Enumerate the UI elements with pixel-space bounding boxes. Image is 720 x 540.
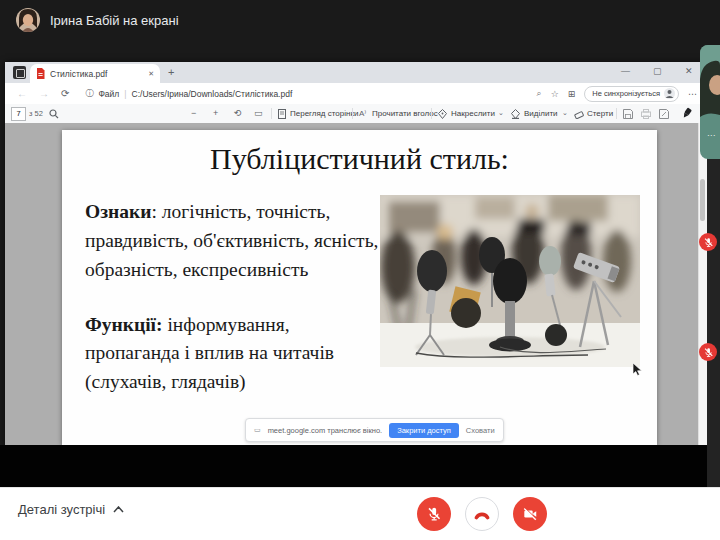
slide-paragraph-funktsii: Функції: інформування, пропаганда і впли… (85, 311, 385, 398)
pdf-search-icon[interactable] (49, 109, 59, 119)
tab-close-icon[interactable]: ✕ (148, 70, 154, 78)
scrollbar-thumb[interactable] (700, 179, 705, 221)
meet-control-bar: Деталі зустрічі (0, 487, 720, 540)
slide-page: Публіцистичний стиль: Ознаки: логічність… (62, 130, 657, 445)
window-close-button[interactable]: ✕ (685, 66, 693, 76)
browser-address-bar: ← → ⟳ ⓘ Файл | C:/Users/Ірина/Downloads/… (5, 83, 707, 105)
draw-label[interactable]: Накреслити (451, 109, 495, 118)
presenter-avatar (16, 8, 40, 32)
page-info-icon[interactable]: ⓘ (85, 88, 93, 99)
profile-sync-button[interactable]: Не синхронізується (584, 86, 679, 102)
mouse-cursor (633, 363, 643, 377)
favorites-icon[interactable]: ☆ (551, 89, 559, 99)
participant-muted-badge (699, 343, 717, 361)
highlight-caret-icon[interactable]: ⌄ (562, 109, 568, 117)
presenter-name: Ірина Бабій на екрані (50, 13, 179, 28)
hide-banner-button[interactable]: Сховати (466, 426, 495, 435)
profile-sync-label: Не синхронізується (592, 89, 660, 98)
mic-toggle-button[interactable] (417, 497, 451, 531)
rotate-icon[interactable]: ⟲ (234, 108, 242, 118)
url-field[interactable]: ⓘ Файл | C:/Users/Ірина/Downloads/Стиліс… (85, 88, 292, 99)
shared-browser-window: Стилістика.pdf ✕ + — ▢ ✕ ← → ⟳ ⓘ Файл | … (5, 62, 707, 445)
profile-avatar-icon (664, 88, 675, 99)
mic-off-icon (703, 347, 714, 358)
read-aloud-label[interactable]: Прочитати вголос (372, 109, 438, 118)
pdf-toolbar: 7 з 52 − + ⟲ ▭ Перегляд сторінки A⁾ Проч… (5, 104, 707, 124)
collections-icon[interactable]: ⊞ (568, 89, 576, 99)
tab-stylistyka-pdf[interactable]: Стилістика.pdf ✕ (30, 64, 160, 83)
tab-title: Стилістика.pdf (50, 69, 143, 79)
draw-icon[interactable] (438, 109, 447, 119)
mic-off-icon (426, 506, 442, 522)
meeting-details-button[interactable]: Деталі зустрічі (18, 502, 124, 517)
url-scheme-label: Файл (98, 89, 119, 99)
screen-share-banner: ▭ meet.google.com транслює вікно. Закрит… (245, 418, 504, 442)
new-tab-button[interactable]: + (168, 67, 174, 78)
participant-video-tile[interactable] (700, 45, 720, 159)
stop-sharing-button[interactable]: Закрити доступ (389, 423, 459, 438)
window-maximize-button[interactable]: ▢ (653, 66, 662, 76)
pdf-content-area[interactable]: Публіцистичний стиль: Ознаки: логічність… (5, 123, 707, 445)
refresh-icon[interactable]: ⟳ (61, 88, 69, 99)
google-meet-window: Ірина Бабій на екрані Стилістика.pdf ✕ +… (0, 0, 720, 540)
save-icon[interactable] (623, 109, 633, 119)
browser-menu-icon[interactable]: ⋯ (688, 89, 697, 99)
slide-title: Публіцистичний стиль: (62, 142, 657, 176)
screen-icon: ▭ (254, 426, 261, 434)
camera-off-icon (522, 506, 538, 522)
back-icon[interactable]: ← (17, 88, 27, 99)
fit-page-icon[interactable]: ▭ (254, 108, 263, 118)
read-aloud-icon[interactable]: A⁾ (359, 109, 366, 118)
browser-tab-bar: Стилістика.pdf ✕ + — ▢ ✕ (5, 62, 707, 83)
share-banner-message: meet.google.com транслює вікно. (268, 426, 383, 435)
pdf-scrollbar[interactable]: ▲ (698, 123, 707, 445)
forward-icon[interactable]: → (39, 88, 49, 99)
draw-caret-icon[interactable]: ⌄ (498, 109, 504, 117)
phone-hangup-icon (473, 505, 491, 523)
window-minimize-button[interactable]: — (621, 66, 630, 76)
page-view-label[interactable]: Перегляд сторінки (290, 109, 358, 118)
zoom-out-icon[interactable]: − (191, 108, 196, 118)
browser-workspace-icon[interactable] (13, 66, 26, 79)
zoom-in-icon[interactable]: + (213, 108, 218, 118)
meeting-details-label: Деталі зустрічі (18, 502, 105, 517)
pdf-file-icon (36, 68, 45, 79)
mic-off-icon (703, 237, 714, 248)
url-path: C:/Users/Ірина/Downloads/Стилістика.pdf (132, 89, 293, 99)
page-count-label: з 52 (29, 109, 43, 118)
participant-strip (707, 159, 720, 487)
slide-paragraph-oznaky: Ознаки: логічність, точність, правдивіст… (85, 198, 385, 285)
highlight-label[interactable]: Виділити (524, 109, 558, 118)
presenter-banner: Ірина Бабій на екрані (16, 8, 179, 32)
erase-icon[interactable] (574, 109, 584, 119)
url-divider: | (124, 89, 126, 99)
search-icon[interactable]: ⌕ (537, 88, 542, 99)
letterbox-strip (0, 445, 720, 487)
tile-menu-icon[interactable]: ⋯ (707, 131, 716, 140)
end-call-button[interactable] (465, 497, 499, 531)
save-as-icon[interactable] (659, 109, 669, 119)
page-number-input[interactable]: 7 (11, 107, 26, 121)
press-conference-photo (380, 195, 640, 367)
camera-toggle-button[interactable] (513, 497, 547, 531)
participant-muted-badge (699, 233, 717, 251)
pen-pin-icon[interactable] (681, 107, 693, 120)
erase-label[interactable]: Стерти (587, 109, 613, 118)
slide-text-block: Ознаки: логічність, точність, правдивіст… (85, 198, 385, 397)
highlight-icon[interactable] (511, 109, 520, 119)
page-view-icon[interactable] (278, 109, 286, 119)
print-icon[interactable] (641, 109, 651, 119)
chevron-up-icon (113, 506, 124, 513)
